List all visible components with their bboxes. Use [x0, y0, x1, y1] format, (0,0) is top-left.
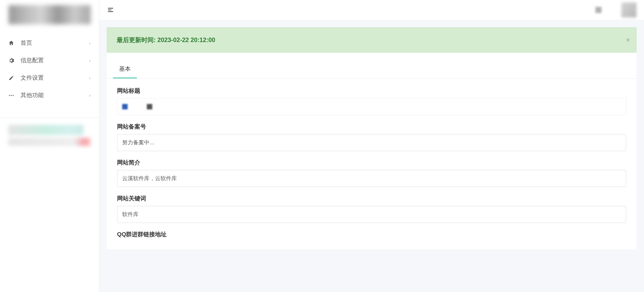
obscured-content — [122, 104, 128, 109]
sidebar-footer — [0, 118, 99, 146]
alert-text: 最后更新时间: 2023-02-22 20:12:00 — [117, 37, 215, 43]
keywords-input[interactable] — [117, 206, 626, 223]
tabs: 基本 — [107, 53, 636, 79]
intro-label: 网站简介 — [117, 159, 626, 167]
chevron-right-icon: › — [89, 40, 91, 46]
logo-area — [0, 0, 99, 29]
svg-point-2 — [13, 95, 14, 96]
tab-basic[interactable]: 基本 — [113, 61, 137, 78]
chevron-right-icon: › — [89, 93, 91, 98]
sidebar-footer-line1 — [8, 125, 83, 135]
intro-input[interactable] — [117, 170, 626, 187]
topbar-action-icon[interactable] — [595, 7, 602, 13]
chevron-right-icon: › — [89, 58, 91, 63]
form-group-site-title: 网站标题 — [117, 87, 626, 115]
svg-point-1 — [11, 95, 12, 96]
form-group-intro: 网站简介 — [117, 159, 626, 187]
qq-group-label: QQ群进群链接地址 — [117, 230, 626, 238]
icp-label: 网站备案号 — [117, 123, 626, 131]
gear-icon — [8, 57, 14, 64]
icp-input[interactable] — [117, 134, 626, 151]
keywords-label: 网站关键词 — [117, 195, 626, 202]
update-time-alert: 最后更新时间: 2023-02-22 20:12:00 × — [107, 27, 636, 53]
sidebar-footer-line2 — [8, 138, 90, 146]
avatar[interactable] — [621, 2, 636, 17]
main: 最后更新时间: 2023-02-22 20:12:00 × 基本 网站标题 — [99, 0, 644, 292]
sidebar-item-file-settings[interactable]: 文件设置 › — [0, 69, 99, 87]
form-group-qq-group: QQ群进群链接地址 — [117, 230, 626, 238]
form-group-icp: 网站备案号 — [117, 123, 626, 151]
site-title-input[interactable] — [117, 98, 626, 115]
sidebar-item-info-config[interactable]: 信息配置 › — [0, 52, 99, 69]
pencil-icon — [8, 75, 14, 81]
home-icon — [8, 40, 14, 46]
form-group-keywords: 网站关键词 — [117, 195, 626, 223]
close-icon[interactable]: × — [626, 36, 630, 44]
sidebar-item-label: 文件设置 — [21, 74, 89, 82]
site-title-label: 网站标题 — [117, 87, 626, 95]
sidebar-item-label: 信息配置 — [21, 56, 89, 64]
sidebar-item-other[interactable]: 其他功能 › — [0, 87, 99, 104]
sidebar-item-label: 其他功能 — [21, 91, 89, 99]
sidebar: 首页 › 信息配置 › 文件设置 › 其他功能 — [0, 0, 99, 292]
sidebar-item-home[interactable]: 首页 › — [0, 34, 99, 52]
nav-list: 首页 › 信息配置 › 文件设置 › 其他功能 — [0, 29, 99, 104]
svg-point-0 — [9, 95, 10, 96]
chevron-right-icon: › — [89, 75, 91, 81]
logo-image — [9, 5, 91, 24]
menu-toggle-icon[interactable] — [107, 6, 114, 13]
settings-form: 网站标题 网站备案号 网站简介 — [107, 79, 636, 249]
topbar — [99, 0, 644, 20]
sidebar-item-label: 首页 — [21, 39, 89, 47]
obscured-content — [147, 104, 152, 109]
more-icon — [8, 92, 14, 98]
settings-card: 基本 网站标题 网站备案号 — [107, 53, 636, 249]
content: 最后更新时间: 2023-02-22 20:12:00 × 基本 网站标题 — [99, 20, 644, 257]
tab-label: 基本 — [119, 66, 131, 72]
